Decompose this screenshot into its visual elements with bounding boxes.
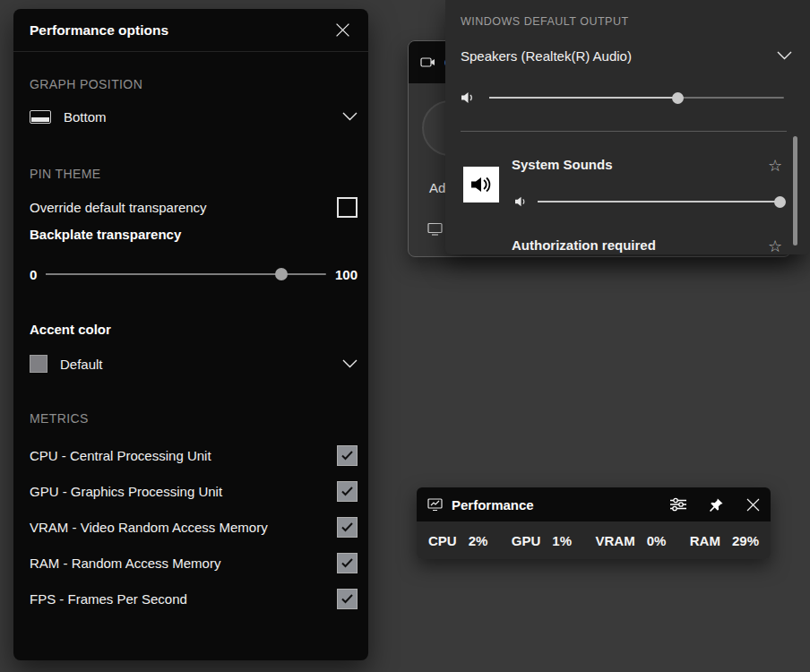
accent-color-dropdown[interactable]: Default — [30, 349, 358, 378]
backplate-transparency-row: 0 100 — [30, 266, 358, 282]
master-volume-row — [461, 90, 784, 106]
metric-label: VRAM - Video Random Access Memory — [30, 520, 268, 535]
graph-position-header: GRAPH POSITION — [30, 77, 142, 91]
performance-widget-title: Performance — [452, 497, 534, 513]
close-icon[interactable] — [329, 17, 356, 44]
master-volume-slider[interactable] — [489, 90, 784, 105]
system-sounds-volume-slider[interactable] — [538, 194, 785, 209]
metric-label: CPU - Central Processing Unit — [30, 448, 211, 463]
backplate-transparency-slider[interactable] — [46, 267, 326, 281]
metric-row: RAM - Random Access Memory — [30, 549, 358, 576]
performance-graph-icon — [427, 497, 443, 512]
performance-options-panel: Performance options GRAPH POSITION Botto… — [13, 9, 368, 660]
performance-stats-row: CPU 2% GPU 1% VRAM 0% RAM 29% — [417, 521, 771, 559]
pin-theme-header: PIN THEME — [30, 167, 101, 181]
accent-color-label: Accent color — [30, 322, 358, 337]
pin-icon[interactable] — [709, 497, 724, 513]
metric-checkbox[interactable] — [337, 481, 358, 502]
backplate-transparency-label: Backplate transparency — [30, 227, 358, 242]
options-sliders-icon[interactable] — [670, 497, 686, 512]
default-output-header: WINDOWS DEFAULT OUTPUT — [461, 15, 629, 28]
slider-max-label: 100 — [335, 267, 358, 282]
system-sounds-volume-row — [514, 194, 785, 210]
override-transparency-checkbox[interactable] — [337, 197, 358, 218]
graph-position-bottom-icon — [30, 110, 51, 124]
slider-min-label: 0 — [30, 267, 37, 282]
volume-icon — [461, 90, 477, 105]
performance-widget: Performance — [417, 487, 771, 559]
metric-checkbox[interactable] — [337, 517, 358, 538]
metric-label: RAM - Random Access Memory — [30, 556, 220, 571]
stat-label: RAM — [690, 533, 720, 548]
chevron-down-icon — [342, 112, 358, 121]
metrics-header: METRICS — [30, 411, 89, 426]
stat-value: 0% — [647, 533, 667, 548]
divider — [461, 131, 787, 132]
close-icon[interactable] — [746, 498, 760, 512]
override-transparency-label: Override default transparency — [30, 200, 207, 215]
game-bar-overlay: C Add WINDOWS DEFAULT OUTPUT Speakers (R… — [0, 0, 810, 672]
accent-color-value: Default — [60, 357, 103, 372]
audio-mixer-scrollbar[interactable] — [793, 136, 797, 246]
graph-position-dropdown[interactable]: Bottom — [30, 102, 358, 131]
favorite-star-icon[interactable]: ☆ — [768, 158, 782, 174]
stat-label: CPU — [428, 533, 457, 548]
metric-row: FPS - Frames Per Second — [30, 585, 358, 612]
output-device-dropdown[interactable]: Speakers (Realtek(R) Audio) — [461, 43, 792, 68]
screen-capture-icon[interactable] — [427, 222, 443, 236]
metric-row: VRAM - Video Random Access Memory — [30, 513, 358, 540]
stat-value: 29% — [732, 533, 759, 548]
metric-checkbox[interactable] — [337, 445, 358, 466]
stat-vram: VRAM 0% — [595, 533, 666, 548]
metric-label: FPS - Frames Per Second — [30, 591, 187, 607]
metric-row: CPU - Central Processing Unit — [30, 442, 358, 469]
performance-options-header: Performance options — [13, 9, 368, 52]
stat-cpu: CPU 2% — [428, 533, 487, 548]
stat-gpu: GPU 1% — [512, 533, 572, 548]
volume-icon — [514, 195, 529, 208]
chevron-down-icon — [342, 359, 358, 368]
chevron-down-icon — [777, 51, 792, 60]
performance-widget-titlebar[interactable]: Performance — [417, 487, 771, 521]
stat-label: GPU — [512, 533, 541, 548]
system-sounds-icon — [463, 167, 499, 202]
output-device-name: Speakers (Realtek(R) Audio) — [461, 48, 632, 64]
metric-label: GPU - Graphics Processing Unit — [30, 484, 222, 499]
mixer-app-name: System Sounds — [512, 157, 613, 172]
stat-ram: RAM 29% — [690, 533, 759, 548]
mixer-app-name: Authorization required — [512, 237, 656, 253]
audio-panel: WINDOWS DEFAULT OUTPUT Speakers (Realtek… — [445, 0, 810, 254]
stat-value: 1% — [552, 533, 572, 548]
stat-value: 2% — [469, 533, 488, 548]
metric-checkbox[interactable] — [337, 553, 358, 573]
camera-icon — [420, 56, 435, 69]
favorite-star-icon[interactable]: ☆ — [768, 238, 782, 254]
metric-checkbox[interactable] — [337, 589, 358, 609]
accent-color-swatch — [30, 355, 47, 373]
panel-title: Performance options — [30, 22, 168, 39]
override-transparency-row: Override default transparency — [30, 194, 358, 220]
metric-row: GPU - Graphics Processing Unit — [30, 478, 358, 504]
stat-label: VRAM — [595, 533, 634, 548]
graph-position-value: Bottom — [64, 109, 107, 125]
